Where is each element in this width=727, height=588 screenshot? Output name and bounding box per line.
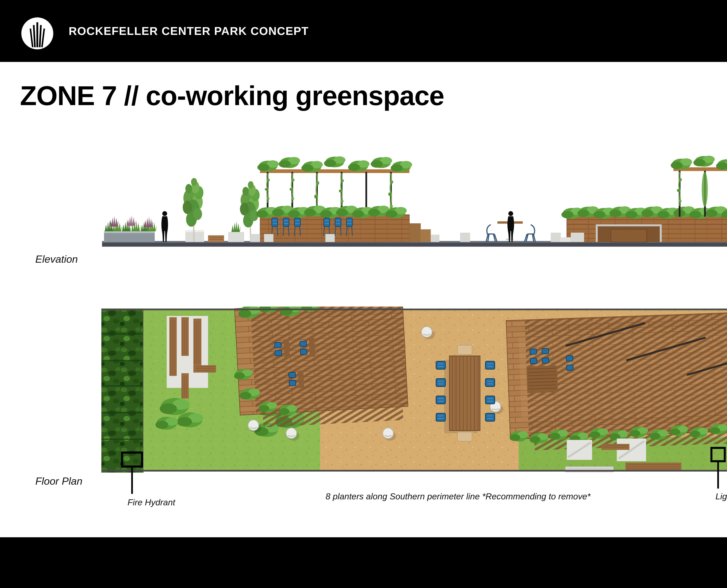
footer-bar — [0, 537, 727, 588]
annotation-fire-hydrant: Fire Hydrant — [115, 497, 188, 507]
elevation-birch-trees — [183, 178, 259, 242]
elevation-bistro-center — [460, 211, 561, 242]
floor-plan-drawing — [100, 307, 727, 501]
header-bar: ROCKEFELLER CENTER PARK CONCEPT — [0, 0, 727, 62]
floor-plan-label: Floor Plan — [35, 475, 82, 487]
slide-page: ROCKEFELLER CENTER PARK CONCEPT ZONE 7 /… — [0, 0, 727, 588]
page-title: ZONE 7 // co-working greenspace — [20, 80, 444, 111]
annotation-planters-note: 8 planters along Southern perimeter line… — [291, 491, 625, 501]
plan-deck-west — [230, 307, 409, 429]
header-title: ROCKEFELLER CENTER PARK CONCEPT — [69, 0, 309, 62]
elevation-drawing — [100, 155, 727, 252]
elevation-deck-pergola-left — [251, 156, 439, 242]
rockefeller-tower-icon — [21, 17, 54, 50]
elevation-label: Elevation — [35, 253, 78, 265]
annotation-light-post: Light Post — [708, 491, 727, 501]
plan-deck-east — [505, 311, 727, 451]
plan-planting-strip — [101, 309, 144, 472]
elevation-grass-planter — [104, 215, 157, 242]
elevation-deck-pergola-right — [560, 156, 727, 242]
person-silhouette — [161, 211, 168, 242]
